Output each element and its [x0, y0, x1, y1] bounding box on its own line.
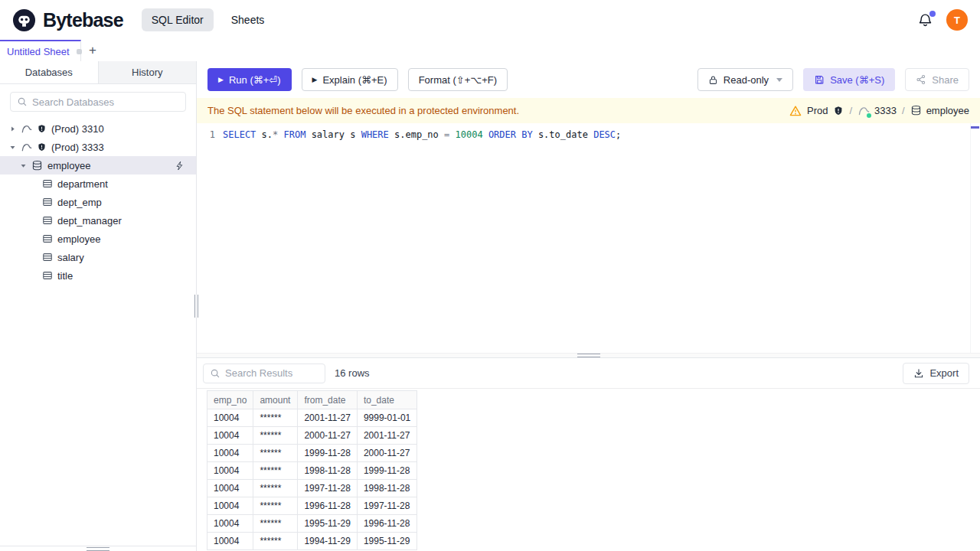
database-label: employee — [47, 160, 90, 171]
table-cell[interactable]: 1998-11-28 — [298, 462, 358, 480]
nav-sheets[interactable]: Sheets — [221, 8, 275, 31]
table-cell[interactable]: ****** — [253, 409, 298, 427]
connect-bolt-icon[interactable] — [175, 161, 185, 171]
editor-scrollbar[interactable] — [970, 123, 980, 353]
table-cell[interactable]: ****** — [253, 445, 298, 462]
mysql-icon — [858, 105, 870, 117]
tree-item-table[interactable]: department — [0, 174, 196, 193]
results-resize-divider[interactable] — [197, 353, 980, 358]
table-cell[interactable]: 1995-11-29 — [298, 515, 358, 533]
tree-item-instance-3310[interactable]: (Prod) 3310 — [0, 119, 196, 138]
sql-tokens: SELECT s.* FROM salary s WHERE s.emp_no … — [223, 128, 621, 142]
table-cell[interactable]: ****** — [253, 515, 298, 533]
search-icon — [17, 96, 28, 107]
table-cell[interactable]: 10004 — [207, 409, 253, 427]
share-button[interactable]: Share — [905, 68, 969, 91]
avatar[interactable]: T — [946, 9, 968, 31]
table-cell[interactable]: 10004 — [207, 462, 253, 480]
brand[interactable]: Bytebase — [12, 8, 123, 32]
table-row[interactable]: 10004******1996-11-281997-11-28 — [207, 497, 417, 515]
table-cell[interactable]: 2001-11-27 — [357, 427, 416, 445]
instance-crumb[interactable]: 3333 — [858, 105, 897, 117]
row-count: 16 rows — [335, 367, 370, 379]
search-results-input[interactable] — [225, 367, 318, 379]
tree-item-table[interactable]: employee — [0, 230, 196, 248]
database-search[interactable] — [10, 92, 186, 112]
table-cell[interactable]: ****** — [253, 497, 298, 515]
panel-resize-handle[interactable] — [87, 547, 109, 551]
table-cell[interactable]: 1995-11-29 — [357, 533, 416, 550]
tab-databases[interactable]: Databases — [0, 61, 99, 83]
table-cell[interactable]: ****** — [253, 533, 298, 550]
notification-bell-icon[interactable] — [918, 13, 933, 28]
table-cell[interactable]: 10004 — [207, 480, 253, 497]
tree-item-table[interactable]: dept_emp — [0, 193, 196, 211]
table-row[interactable]: 10004******2000-11-272001-11-27 — [207, 427, 417, 445]
table-cell[interactable]: 10004 — [207, 445, 253, 462]
chevron-right-icon[interactable] — [9, 126, 16, 132]
tab-untitled-sheet[interactable]: Untitled Sheet — [0, 40, 81, 61]
instance-label: (Prod) 3310 — [51, 123, 104, 135]
table-icon — [42, 215, 53, 226]
table-cell[interactable]: 1999-11-28 — [298, 445, 358, 462]
chevron-down-icon[interactable] — [20, 162, 27, 169]
results-header-row: emp_noamountfrom_dateto_date — [207, 391, 417, 409]
table-cell[interactable]: 1996-11-28 — [357, 515, 416, 533]
add-sheet-button[interactable]: + — [81, 40, 104, 61]
table-row[interactable]: 10004******1998-11-281999-11-28 — [207, 462, 417, 480]
mysql-icon — [21, 123, 32, 135]
run-button[interactable]: ▶ Run (⌘+⏎) — [207, 68, 292, 91]
table-cell[interactable]: 9999-01-01 — [357, 409, 416, 427]
table-cell[interactable]: 1994-11-29 — [298, 533, 358, 550]
shield-icon — [37, 142, 47, 152]
table-label: dept_emp — [57, 197, 102, 208]
table-cell[interactable]: 10004 — [207, 497, 253, 515]
sql-code-line[interactable]: 1 SELECT s.* FROM salary s WHERE s.emp_n… — [197, 123, 980, 142]
results-search[interactable] — [203, 364, 325, 383]
tree-item-table[interactable]: dept_manager — [0, 211, 196, 230]
header-right: T — [918, 9, 968, 31]
table-row[interactable]: 10004******1995-11-291996-11-28 — [207, 515, 417, 533]
table-cell[interactable]: ****** — [253, 427, 298, 445]
database-crumb[interactable]: employee — [910, 105, 969, 116]
table-cell[interactable]: 1997-11-28 — [298, 480, 358, 497]
save-button[interactable]: Save (⌘+S) — [803, 68, 895, 91]
table-cell[interactable]: 10004 — [207, 533, 253, 550]
format-button[interactable]: Format (⇧+⌥+F) — [408, 68, 508, 91]
table-row[interactable]: 10004******1994-11-291995-11-29 — [207, 533, 417, 550]
tree-item-database-employee[interactable]: employee — [0, 156, 196, 174]
results-resize-handle[interactable] — [577, 354, 600, 357]
save-icon — [814, 74, 825, 85]
tree-item-table[interactable]: salary — [0, 248, 196, 266]
chevron-down-icon[interactable] — [9, 144, 16, 151]
table-cell[interactable]: 1998-11-28 — [357, 480, 416, 497]
table-cell[interactable]: 1997-11-28 — [357, 497, 416, 515]
tree-item-instance-3333[interactable]: (Prod) 3333 — [0, 138, 196, 156]
warning-icon — [789, 105, 802, 117]
table-cell[interactable]: 10004 — [207, 427, 253, 445]
table-cell[interactable]: 2000-11-27 — [357, 445, 416, 462]
table-row[interactable]: 10004******2001-11-279999-01-01 — [207, 409, 417, 427]
table-cell[interactable]: ****** — [253, 480, 298, 497]
table-row[interactable]: 10004******1997-11-281998-11-28 — [207, 480, 417, 497]
line-number: 1 — [197, 128, 215, 142]
tree-item-table[interactable]: title — [0, 266, 196, 285]
table-cell[interactable]: 2000-11-27 — [298, 427, 358, 445]
environment-label: Prod — [807, 105, 828, 116]
explain-button[interactable]: ▶ Explain (⌘+E) — [302, 68, 398, 91]
lock-icon — [708, 75, 718, 85]
table-cell[interactable]: 1996-11-28 — [298, 497, 358, 515]
table-cell[interactable]: 10004 — [207, 515, 253, 533]
search-databases-input[interactable] — [32, 96, 179, 108]
readonly-mode-dropdown[interactable]: Read-only — [697, 68, 793, 91]
table-cell[interactable]: 1999-11-28 — [357, 462, 416, 480]
export-button[interactable]: Export — [903, 363, 969, 384]
tab-history[interactable]: History — [99, 61, 197, 83]
table-cell[interactable]: ****** — [253, 462, 298, 480]
table-row[interactable]: 10004******1999-11-282000-11-27 — [207, 445, 417, 462]
table-cell[interactable]: 2001-11-27 — [298, 409, 358, 427]
nav-sql-editor[interactable]: SQL Editor — [142, 8, 214, 31]
sql-editor[interactable]: 1 SELECT s.* FROM salary s WHERE s.emp_n… — [197, 123, 980, 353]
sidebar-resize-handle[interactable] — [194, 295, 198, 318]
table-icon — [42, 270, 53, 281]
